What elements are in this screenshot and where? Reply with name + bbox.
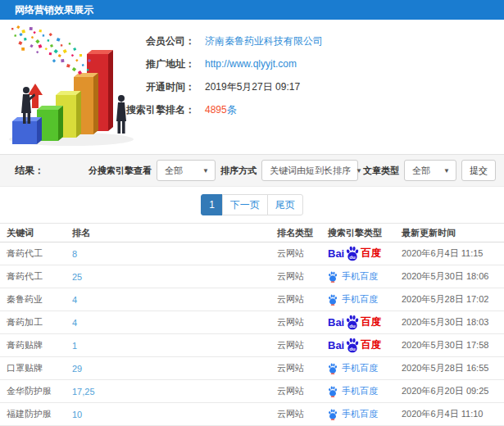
keyword-cell: 秦鲁药业 — [0, 293, 72, 306]
table-body: 膏药代工 8 云网站 Bai du 百度 2020年6月4日 11:15 膏药代… — [0, 242, 504, 426]
table-row: 膏药代工 8 云网站 Bai du 百度 2020年6月4日 11:15 — [0, 242, 504, 265]
rank-type-cell: 云网站 — [277, 316, 328, 329]
search-engine-cell: Bai du 百度 — [328, 338, 402, 354]
updated-time-cell: 2020年6月4日 11:10 — [402, 408, 504, 420]
results-table: 关键词 排名 排名类型 搜索引擎类型 最新更新时间 膏药代工 8 云网站 Bai… — [0, 223, 504, 426]
chevron-down-icon: ▼ — [438, 167, 450, 174]
keyword-cell: 福建防护服 — [0, 408, 72, 420]
table-row: 膏药加工 4 云网站 Bai du 百度 2020年5月30日 18:03 — [0, 311, 504, 334]
mobile-baidu-label: 手机百度 — [342, 293, 378, 306]
sort-filter-value: 关键词由短到长排序 — [270, 165, 351, 177]
table-row: 秦鲁药业 4 云网站 手机百度 2020年5月28日 17:02 — [0, 288, 504, 311]
article-type-select[interactable]: 全部 ▼ — [404, 160, 456, 181]
sort-filter-select[interactable]: 关键词由短到长排序 ▼ — [261, 160, 358, 181]
last-page-button[interactable]: 尾页 — [267, 194, 303, 215]
engine-filter-label: 分搜索引擎查看 — [89, 165, 152, 177]
mobile-baidu-paw-icon — [328, 386, 338, 397]
baidu-paw-icon: du — [345, 246, 360, 262]
search-engine-cell: Bai du 百度 — [328, 315, 402, 331]
header-keyword: 关键词 — [0, 227, 72, 239]
article-type-value: 全部 — [412, 165, 430, 177]
mobile-baidu-paw-icon — [328, 363, 338, 374]
search-engine-cell: 手机百度 — [328, 270, 402, 283]
baidu-logo-bai: Bai — [328, 339, 344, 351]
rank-type-cell: 云网站 — [277, 385, 328, 397]
updated-time-cell: 2020年5月28日 17:02 — [402, 293, 504, 306]
mobile-baidu-label: 手机百度 — [342, 408, 378, 420]
search-engine-cell: 手机百度 — [328, 385, 402, 397]
baidu-logo-cn: 百度 — [361, 338, 381, 352]
rank-count-number: 4895 — [205, 104, 227, 116]
baidu-logo-bai: Bai — [328, 316, 344, 329]
rank-link[interactable]: 29 — [72, 364, 277, 374]
businessman-right — [116, 95, 126, 134]
chevron-down-icon: ▼ — [198, 167, 209, 174]
table-row: 口罩贴牌 29 云网站 手机百度 2020年5月28日 16:55 — [0, 357, 504, 380]
keyword-cell: 金华防护服 — [0, 385, 72, 397]
updated-time-cell: 2020年5月30日 17:58 — [402, 339, 504, 351]
rank-type-cell: 云网站 — [277, 293, 328, 306]
mobile-baidu-paw-icon — [328, 409, 338, 420]
rank-link[interactable]: 8 — [72, 249, 277, 259]
chevron-down-icon: ▼ — [351, 167, 362, 174]
next-page-button[interactable]: 下一页 — [222, 194, 268, 215]
table-row: 福建防护服 10 云网站 手机百度 2020年6月4日 11:10 — [0, 403, 504, 426]
rank-link[interactable]: 4 — [72, 318, 277, 328]
article-type-label: 文章类型 — [363, 165, 399, 177]
search-engine-cell: 手机百度 — [328, 362, 402, 374]
keyword-cell: 膏药代工 — [0, 270, 72, 283]
search-engine-cell: 手机百度 — [328, 408, 402, 420]
open-time-value: 2019年5月27日 09:17 — [205, 75, 300, 98]
rank-type-cell: 云网站 — [277, 362, 328, 374]
rank-count-value: 4895条 — [205, 98, 237, 121]
page-title: 网络营销效果展示 — [15, 4, 93, 16]
engine-filter-select[interactable]: 全部 ▼ — [157, 160, 216, 181]
page-1-button[interactable]: 1 — [201, 194, 223, 215]
table-row: 膏药贴牌 1 云网站 Bai du 百度 2020年5月30日 17:58 — [0, 334, 504, 357]
rank-count-unit: 条 — [227, 104, 237, 116]
rank-type-cell: 云网站 — [277, 339, 328, 351]
result-label: 结果： — [15, 164, 44, 178]
page-title-bar: 网络营销效果展示 — [0, 0, 504, 20]
baidu-logo-cn: 百度 — [361, 247, 381, 261]
svg-text:du: du — [350, 346, 356, 351]
baidu-paw-icon: du — [345, 338, 360, 354]
keyword-cell: 膏药贴牌 — [0, 339, 72, 351]
mobile-baidu-paw-icon — [328, 271, 338, 283]
info-section: 会员公司： 济南秦鲁药业科技有限公司 推广地址： http://www.qlyy… — [0, 20, 504, 154]
keyword-cell: 口罩贴牌 — [0, 362, 72, 374]
search-engine-cell: 手机百度 — [328, 293, 402, 306]
filter-controls: 分搜索引擎查看 全部 ▼ 排序方式 关键词由短到长排序 ▼ 文章类型 全部 ▼ … — [89, 160, 496, 181]
header-engine-type: 搜索引擎类型 — [328, 227, 402, 239]
rank-link[interactable]: 1 — [72, 341, 277, 351]
updated-time-cell: 2020年5月30日 18:03 — [402, 316, 504, 329]
baidu-paw-icon: du — [345, 315, 360, 331]
header-updated-time: 最新更新时间 — [402, 227, 504, 239]
baidu-logo-bai: Bai — [328, 247, 344, 260]
rank-type-cell: 云网站 — [277, 247, 328, 260]
header-rank: 排名 — [72, 227, 277, 239]
mobile-baidu-label: 手机百度 — [342, 362, 378, 374]
search-engine-cell: Bai du 百度 — [328, 246, 402, 262]
rank-link[interactable]: 4 — [72, 295, 277, 305]
mobile-baidu-paw-icon — [328, 294, 338, 306]
promo-url-link[interactable]: http://www.qlyyjt.com — [205, 52, 297, 75]
keyword-cell: 膏药加工 — [0, 316, 72, 329]
rank-type-cell: 云网站 — [277, 408, 328, 420]
header-rank-type: 排名类型 — [277, 227, 328, 239]
submit-button[interactable]: 提交 — [461, 160, 496, 181]
confetti-dots — [11, 25, 91, 75]
engine-filter-value: 全部 — [165, 165, 183, 177]
keyword-cell: 膏药代工 — [0, 247, 72, 260]
rank-link[interactable]: 25 — [72, 272, 277, 282]
updated-time-cell: 2020年5月30日 18:06 — [402, 270, 504, 283]
updated-time-cell: 2020年5月28日 16:55 — [402, 362, 504, 374]
rank-link[interactable]: 10 — [72, 410, 277, 419]
svg-text:du: du — [350, 323, 356, 328]
company-link[interactable]: 济南秦鲁药业科技有限公司 — [205, 29, 323, 52]
mobile-baidu-label: 手机百度 — [342, 385, 378, 397]
table-header-row: 关键词 排名 排名类型 搜索引擎类型 最新更新时间 — [0, 223, 504, 242]
filter-bar: 结果： 分搜索引擎查看 全部 ▼ 排序方式 关键词由短到长排序 ▼ 文章类型 全… — [0, 154, 504, 187]
bar-chart-illustration — [2, 23, 141, 151]
rank-link[interactable]: 17,25 — [72, 387, 277, 397]
